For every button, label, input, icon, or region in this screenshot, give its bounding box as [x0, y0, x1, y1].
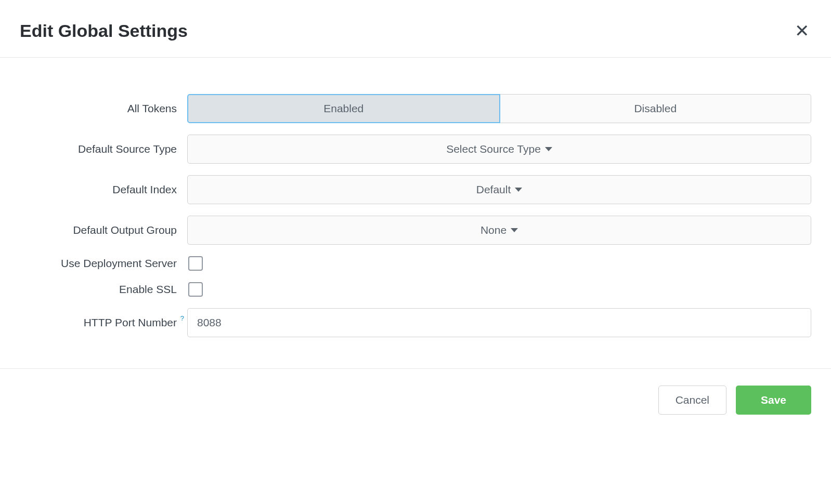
- all-tokens-disabled-button[interactable]: Disabled: [500, 94, 812, 123]
- caret-down-icon: [545, 147, 552, 151]
- row-default-output-group: Default Output Group None: [20, 216, 811, 245]
- default-output-group-dropdown[interactable]: None: [187, 216, 811, 245]
- close-icon[interactable]: ✕: [793, 20, 811, 42]
- http-port-number-input[interactable]: [187, 308, 811, 337]
- row-default-source-type: Default Source Type Select Source Type: [20, 135, 811, 164]
- cancel-button[interactable]: Cancel: [658, 386, 726, 415]
- caret-down-icon: [515, 188, 522, 192]
- label-http-port-number-text: HTTP Port Number: [84, 316, 177, 328]
- label-enable-ssl: Enable SSL: [20, 283, 187, 296]
- modal-header: Edit Global Settings ✕: [0, 0, 831, 58]
- label-default-index: Default Index: [20, 183, 187, 196]
- save-button[interactable]: Save: [736, 386, 811, 415]
- default-source-type-dropdown[interactable]: Select Source Type: [187, 135, 811, 164]
- row-default-index: Default Index Default: [20, 175, 811, 204]
- modal-body: All Tokens Enabled Disabled Default Sour…: [0, 58, 831, 369]
- default-output-group-value: None: [481, 224, 507, 236]
- row-enable-ssl: Enable SSL: [20, 282, 811, 297]
- row-http-port-number: HTTP Port Number ?: [20, 308, 811, 337]
- label-http-port-number: HTTP Port Number ?: [20, 316, 187, 329]
- enable-ssl-checkbox[interactable]: [188, 282, 203, 297]
- row-use-deployment-server: Use Deployment Server: [20, 256, 811, 271]
- label-default-output-group: Default Output Group: [20, 224, 187, 236]
- label-use-deployment-server: Use Deployment Server: [20, 257, 187, 270]
- default-source-type-value: Select Source Type: [446, 143, 541, 155]
- row-all-tokens: All Tokens Enabled Disabled: [20, 94, 811, 123]
- label-all-tokens: All Tokens: [20, 102, 187, 115]
- caret-down-icon: [511, 228, 518, 232]
- modal-title: Edit Global Settings: [20, 21, 188, 41]
- default-index-dropdown[interactable]: Default: [187, 175, 811, 204]
- label-default-source-type: Default Source Type: [20, 143, 187, 155]
- modal-footer: Cancel Save: [0, 369, 831, 435]
- edit-global-settings-modal: Edit Global Settings ✕ All Tokens Enable…: [0, 0, 831, 435]
- help-icon[interactable]: ?: [180, 314, 184, 322]
- default-index-value: Default: [476, 183, 511, 196]
- use-deployment-server-checkbox[interactable]: [188, 256, 203, 271]
- all-tokens-toggle-group: Enabled Disabled: [187, 94, 811, 123]
- all-tokens-enabled-button[interactable]: Enabled: [187, 94, 500, 123]
